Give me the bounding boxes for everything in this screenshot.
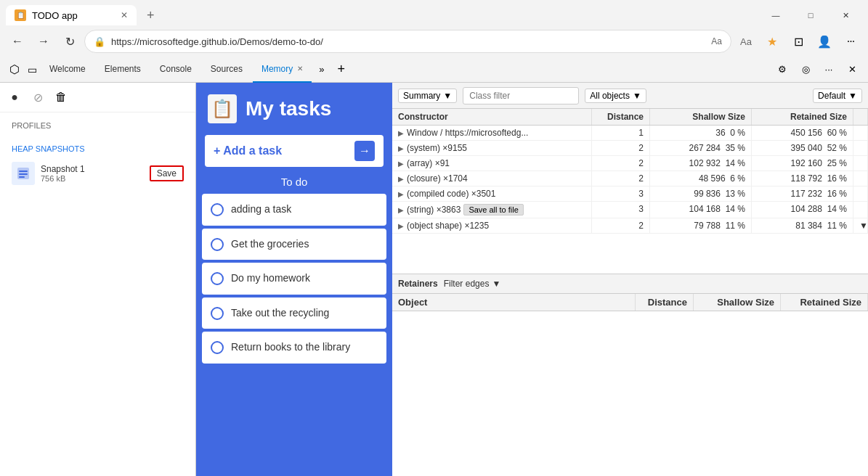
close-button[interactable]: ✕ (829, 5, 862, 25)
todo-item[interactable]: Do my homework (202, 263, 386, 295)
reader-mode-button[interactable]: Aa (734, 30, 758, 53)
add-task-label[interactable]: + Add a task (214, 144, 349, 157)
shallow-size-cell: 267 284 35 % (650, 141, 752, 155)
dock-button[interactable]: ◎ (795, 60, 816, 80)
table-row[interactable]: ▶ Window / https://microsoftedg... 1 36 … (392, 126, 868, 141)
todo-item[interactable]: adding a task (202, 194, 386, 226)
retainers-label: Retainers (398, 279, 438, 289)
refresh-button[interactable]: ↻ (58, 30, 81, 53)
snapshot-item[interactable]: Snapshot 1 756 kB Save (12, 159, 184, 188)
add-task-arrow-icon[interactable]: → (354, 141, 375, 161)
svg-rect-2 (19, 173, 28, 175)
todo-checkbox-3[interactable] (211, 272, 224, 285)
todo-text-3: Do my homework (231, 271, 310, 286)
distance-cell: 3 (592, 186, 650, 201)
table-row[interactable]: ▶ (system) ×9155 2 267 284 35 % 395 040 … (392, 141, 868, 156)
heap-section: HEAP SNAPSHOTS Snapshot 1 756 kB Save (0, 141, 195, 191)
save-all-to-file-button[interactable]: Save all to file (463, 204, 523, 216)
devtools-toolbar: ⬡ ▭ Welcome Elements Console Sources Mem… (0, 57, 868, 83)
back-button[interactable]: ← (6, 30, 29, 53)
browser-tab[interactable]: 📋 TODO app ✕ (6, 5, 137, 25)
url-text: https://microsoftedge.github.io/Demos/de… (111, 36, 705, 47)
filter-edges-label: Filter edges (444, 279, 490, 289)
memory-tab-close[interactable]: ✕ (297, 65, 303, 73)
table-row[interactable]: ▶ (array) ×91 2 102 932 14 % 192 160 25 … (392, 156, 868, 171)
expand-icon[interactable]: ▶ (398, 160, 404, 168)
close-devtools-button[interactable]: ✕ (842, 60, 862, 80)
filter-edges-dropdown[interactable]: Filter edges ▼ (444, 279, 501, 289)
all-objects-dropdown[interactable]: All objects ▼ (585, 89, 646, 103)
class-filter-input[interactable] (463, 87, 579, 104)
navigation-bar: ← → ↻ 🔒 https://microsoftedge.github.io/… (0, 26, 868, 57)
constructor-cell: ▶ (object shape) ×1235 (392, 218, 592, 233)
todo-header: 📋 My tasks (196, 83, 392, 135)
settings-button[interactable]: ⚙ (772, 60, 792, 80)
record-button[interactable]: ● (6, 89, 23, 106)
table-row[interactable]: ▶ (object shape) ×1235 2 79 788 11 % 81 … (392, 218, 868, 234)
retainers-body (392, 311, 868, 476)
retained-size-cell: 192 160 25 % (752, 156, 853, 171)
collections-button[interactable]: ⊡ (787, 30, 810, 53)
devtools-left-panel: ● ⊘ 🗑 Profiles HEAP SNAPSHOTS Snapsho (0, 83, 196, 476)
filter-edges-chevron-icon: ▼ (492, 279, 500, 289)
todo-item[interactable]: Get the groceries (202, 229, 386, 260)
forward-button[interactable]: → (32, 30, 55, 53)
todo-item[interactable]: Take out the recycling (202, 298, 386, 329)
clear-button[interactable]: ⊘ (29, 89, 46, 106)
expand-icon[interactable]: ▶ (398, 206, 404, 214)
add-tab-button[interactable]: + (331, 57, 351, 83)
more-button[interactable]: ··· (839, 30, 862, 53)
todo-item[interactable]: Return books to the library (202, 332, 386, 364)
todo-app-panel: 📋 My tasks + Add a task → To do adding a… (196, 83, 392, 476)
snapshot-info: Snapshot 1 756 kB (41, 164, 144, 183)
minimize-button[interactable]: — (759, 5, 792, 25)
distance-cell: 2 (592, 171, 650, 186)
more-tabs-button[interactable]: » (313, 57, 330, 83)
constructor-cell: ▶ (array) ×91 (392, 156, 592, 171)
todo-list: adding a task Get the groceries Do my ho… (196, 194, 392, 364)
expand-icon[interactable]: ▶ (398, 129, 404, 137)
constructor-cell: ▶ (closure) ×1704 (392, 171, 592, 186)
shallow-size-cell: 99 836 13 % (650, 186, 752, 201)
todo-checkbox-4[interactable] (211, 307, 224, 320)
add-task-bar[interactable]: + Add a task → (205, 135, 384, 167)
default-chevron-icon: ▼ (848, 91, 857, 101)
todo-checkbox-5[interactable] (211, 341, 224, 354)
maximize-button[interactable]: □ (794, 5, 827, 25)
table-body: ▶ Window / https://microsoftedg... 1 36 … (392, 126, 868, 234)
table-row[interactable]: ▶ (string) ×3863 Save all to file 3 104 … (392, 202, 868, 218)
trash-button[interactable]: 🗑 (52, 89, 70, 106)
profile-button[interactable]: 👤 (813, 30, 836, 53)
shallow-size-cell: 102 932 14 % (650, 156, 752, 171)
tab-memory[interactable]: Memory ✕ (253, 57, 312, 83)
lock-icon: 🔒 (94, 36, 105, 47)
todo-text-5: Return books to the library (231, 340, 350, 355)
tab-close-button[interactable]: ✕ (121, 10, 128, 20)
address-bar[interactable]: 🔒 https://microsoftedge.github.io/Demos/… (84, 30, 731, 53)
expand-icon[interactable]: ▶ (398, 190, 404, 198)
tab-elements[interactable]: Elements (96, 57, 150, 83)
title-bar: 📋 TODO app ✕ + — □ ✕ (0, 0, 868, 26)
retainers-header: Retainers Filter edges ▼ (392, 274, 868, 294)
default-dropdown[interactable]: Default ▼ (813, 89, 862, 103)
more-options-button[interactable]: ··· (819, 60, 839, 80)
expand-icon[interactable]: ▶ (398, 144, 404, 152)
ret-retained-size-header: Retained Size (781, 294, 868, 311)
tab-sources[interactable]: Sources (202, 57, 251, 83)
expand-icon[interactable]: ▶ (398, 175, 404, 183)
inspect-element-button[interactable]: ⬡ (6, 61, 23, 78)
favorite-button[interactable]: ★ (760, 30, 784, 53)
snapshot-name: Snapshot 1 (41, 164, 144, 174)
expand-icon[interactable]: ▶ (398, 222, 404, 230)
distance-cell: 2 (592, 141, 650, 155)
todo-checkbox-2[interactable] (211, 238, 224, 251)
new-tab-button[interactable]: + (142, 7, 159, 25)
table-row[interactable]: ▶ (compiled code) ×3501 3 99 836 13 % 11… (392, 186, 868, 202)
save-snapshot-button[interactable]: Save (150, 165, 184, 181)
table-row[interactable]: ▶ (closure) ×1704 2 48 596 6 % 118 792 1… (392, 171, 868, 186)
tab-console[interactable]: Console (151, 57, 200, 83)
todo-checkbox-1[interactable] (211, 203, 224, 216)
device-mode-button[interactable]: ▭ (23, 61, 41, 78)
summary-dropdown[interactable]: Summary ▼ (398, 89, 457, 103)
tab-welcome[interactable]: Welcome (41, 57, 94, 83)
